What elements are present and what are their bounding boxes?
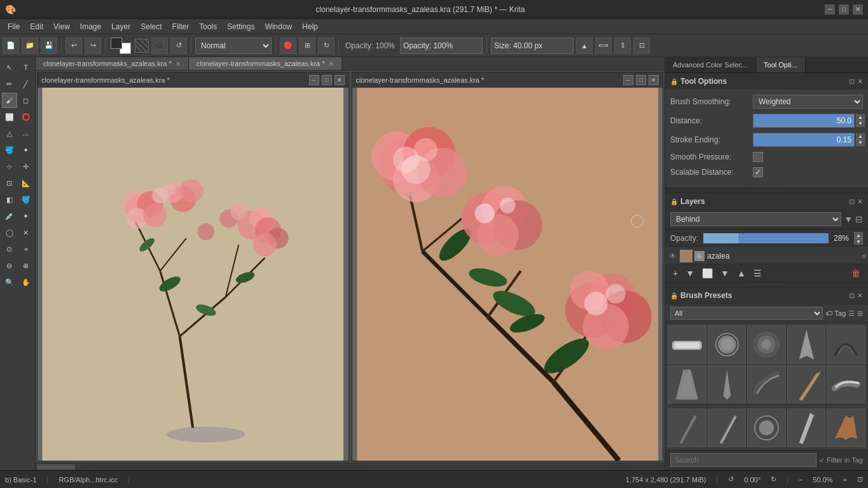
freehand-tool-button[interactable]: ✏ bbox=[2, 76, 17, 92]
zoom-button[interactable]: 🔍 bbox=[2, 274, 17, 290]
open-button[interactable]: 📁 bbox=[22, 37, 38, 54]
gradient-button[interactable]: ◧ bbox=[2, 192, 17, 207]
canvas-window-left-restore[interactable]: □ bbox=[322, 75, 332, 85]
brush-item-9[interactable] bbox=[787, 365, 826, 404]
menu-image[interactable]: Image bbox=[75, 21, 106, 32]
menu-tools[interactable]: Tools bbox=[194, 21, 222, 32]
canvas-tab-1[interactable]: clonelayer-transformmasks_azaleas.kra * … bbox=[36, 57, 189, 70]
brush-item-2[interactable] bbox=[708, 325, 747, 364]
layer-item-azalea[interactable]: 👁 G azalea α bbox=[665, 247, 868, 264]
search-input[interactable] bbox=[670, 453, 816, 467]
canvas-window-left-minimize[interactable]: ─ bbox=[309, 75, 319, 85]
brush-item-1[interactable] bbox=[668, 325, 706, 364]
scalable-distance-checkbox[interactable]: ✓ bbox=[753, 167, 763, 177]
move-layer-down-button[interactable]: ▼ bbox=[718, 267, 732, 280]
layers-header[interactable]: 🔒 Layers ⊡ ✕ bbox=[665, 193, 868, 210]
stroke-ending-input[interactable] bbox=[753, 133, 855, 147]
fill-button[interactable]: ⬛ bbox=[151, 37, 168, 54]
rotate-right-button[interactable]: ↻ bbox=[771, 475, 776, 484]
opacity-up-button[interactable]: ▲ bbox=[854, 232, 863, 238]
add-layer-button[interactable]: + bbox=[670, 267, 680, 280]
canvas-tab-1-close[interactable]: ✕ bbox=[176, 60, 181, 67]
canvas-window-left-close[interactable]: ✕ bbox=[334, 75, 345, 85]
menu-filter[interactable]: Filter bbox=[167, 21, 195, 32]
brush-item-12[interactable] bbox=[708, 409, 747, 447]
opacity-input[interactable] bbox=[401, 41, 483, 50]
maximize-button[interactable]: □ bbox=[839, 4, 849, 15]
brush-item-6[interactable] bbox=[668, 365, 706, 404]
size-up-button[interactable]: ▲ bbox=[576, 37, 593, 54]
mirror-v-button[interactable]: ⇕ bbox=[614, 37, 631, 54]
tool-options-header[interactable]: 🔒 Tool Options ⊡ ✕ bbox=[665, 73, 868, 90]
scrollbar-thumb-h[interactable] bbox=[37, 464, 75, 470]
close-button[interactable]: ✕ bbox=[853, 4, 863, 15]
delete-layer-button[interactable]: 🗑 bbox=[849, 267, 863, 280]
brush-presets-float-button[interactable]: ⊡ bbox=[849, 292, 855, 300]
distance-up-button[interactable]: ▲ bbox=[856, 114, 865, 121]
polygon-select-button[interactable]: △ bbox=[2, 126, 17, 141]
tool-options-close-button[interactable]: ✕ bbox=[857, 78, 863, 86]
layer-eye-azalea[interactable]: 👁 bbox=[668, 251, 678, 261]
smooth-pressure-checkbox[interactable] bbox=[753, 152, 763, 162]
pattern-button[interactable] bbox=[135, 39, 149, 53]
eyedropper-button[interactable]: 💉 bbox=[2, 208, 17, 224]
stroke-ending-down-button[interactable]: ▼ bbox=[856, 140, 865, 146]
ellipse-circle-select-2[interactable]: ✕ bbox=[18, 225, 34, 240]
lasso-2-button[interactable]: ⊕ bbox=[18, 258, 34, 273]
foreground-color-swatch[interactable] bbox=[111, 37, 122, 49]
menu-select[interactable]: Select bbox=[135, 21, 167, 32]
canvas-content-left[interactable] bbox=[38, 88, 348, 461]
circular-select-btn[interactable]: ⊙ bbox=[2, 241, 17, 257]
similar-select-button[interactable]: ✦ bbox=[18, 142, 34, 158]
line-tool-button[interactable]: ╱ bbox=[18, 76, 34, 92]
menu-window[interactable]: Window bbox=[260, 21, 298, 32]
layers-float-button[interactable]: ⊡ bbox=[849, 198, 855, 206]
brush-list-btn[interactable]: ☰ bbox=[848, 309, 855, 318]
menu-settings[interactable]: Settings bbox=[222, 21, 259, 32]
canvas-window-right-close[interactable]: ✕ bbox=[649, 75, 659, 85]
zoom-in-button[interactable]: + bbox=[843, 476, 847, 484]
text-tool-button[interactable]: T bbox=[18, 60, 34, 75]
opacity-down-button[interactable]: ▼ bbox=[854, 238, 863, 245]
canvas-content-right[interactable] bbox=[352, 88, 663, 461]
layers-funnel-button[interactable]: ⊟ bbox=[855, 214, 863, 224]
canvas-tab-2-close[interactable]: ✕ bbox=[329, 60, 334, 67]
crop-tool-button[interactable]: ⊡ bbox=[2, 175, 17, 191]
brush-item-7[interactable] bbox=[708, 365, 747, 404]
brush-item-10[interactable] bbox=[827, 365, 865, 404]
clear-button[interactable]: 🔴 bbox=[280, 37, 296, 54]
tab-tool-options[interactable]: Tool Opti... bbox=[756, 57, 806, 72]
refresh-button[interactable]: ↻ bbox=[318, 37, 334, 54]
crop-button[interactable]: ⊡ bbox=[633, 37, 650, 54]
move-button[interactable]: ✛ bbox=[18, 159, 34, 174]
layers-blend-mode-select[interactable]: Behind Normal Multiply bbox=[670, 212, 841, 226]
snap-button[interactable]: ⊞ bbox=[299, 37, 315, 54]
ellipse-select-button[interactable]: ⭕ bbox=[18, 109, 34, 125]
canvas-window-right-restore[interactable]: □ bbox=[636, 75, 646, 85]
add-layer-dropdown[interactable]: ▼ bbox=[683, 267, 697, 280]
brush-item-4[interactable] bbox=[787, 325, 826, 364]
canvas-scrollbar-h-right[interactable] bbox=[352, 461, 663, 461]
layers-list[interactable]: 👁 G azalea α 👁 ⊡ Layer 75 bbox=[665, 247, 868, 264]
move-layer-up-button[interactable]: ▲ bbox=[734, 267, 748, 280]
opacity-slider[interactable] bbox=[703, 233, 829, 243]
minimize-button[interactable]: ─ bbox=[825, 4, 835, 15]
main-scrollbar-h[interactable] bbox=[36, 463, 665, 470]
contiguous-select-button[interactable]: 🪣 bbox=[2, 142, 17, 158]
ellipse-circle-select[interactable]: ◯ bbox=[2, 225, 17, 240]
reset-colors-button[interactable]: ↺ bbox=[170, 37, 187, 54]
layer-options-button[interactable]: ☰ bbox=[751, 267, 764, 280]
select-tool-button[interactable]: ↖ bbox=[2, 60, 17, 75]
brush-item-8[interactable] bbox=[747, 365, 786, 404]
fit-canvas-button[interactable]: ⊡ bbox=[857, 475, 863, 484]
brush-smoothing-select[interactable]: Weighted Basic Stabilizer None bbox=[753, 95, 863, 109]
layers-filter-button[interactable]: ▼ bbox=[844, 214, 853, 224]
menu-help[interactable]: Help bbox=[297, 21, 323, 32]
layers-close-button[interactable]: ✕ bbox=[857, 198, 863, 206]
menu-layer[interactable]: Layer bbox=[106, 21, 135, 32]
zoom-out-button[interactable]: − bbox=[799, 476, 803, 484]
menu-file[interactable]: File bbox=[3, 21, 25, 32]
rect-select-button[interactable]: ⬜ bbox=[2, 109, 17, 125]
rotate-left-button[interactable]: ↺ bbox=[728, 475, 734, 484]
save-button[interactable]: 💾 bbox=[41, 37, 57, 54]
